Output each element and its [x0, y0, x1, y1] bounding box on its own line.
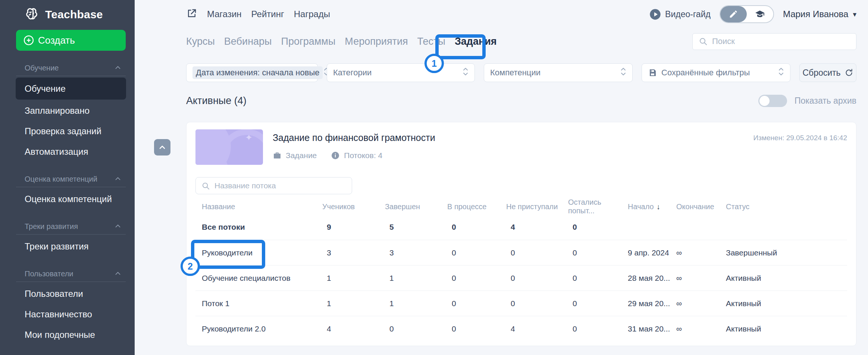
collapse-card-button[interactable] [154, 139, 170, 155]
saved-filters-select[interactable]: Сохранённые фильтры [642, 63, 790, 82]
modified-timestamp: Изменен: 29.05.2024 в 16:42 [753, 134, 847, 142]
table-row-rukovoditeli[interactable]: Руководители 3 3 0 0 0 9 апр. 2024 ∞ Зав… [195, 240, 847, 265]
search-input[interactable] [712, 37, 850, 46]
competencies-placeholder: Компетенции [490, 68, 540, 78]
sidebar-section-ocenka: Оценка компетенций Оценка компетенций [0, 174, 135, 209]
flows-meta: Потоков: 4 [331, 151, 382, 160]
col-start-label: Начало [628, 202, 654, 211]
sidebar-item-moi-podopechnye[interactable]: Мои подопечные [0, 324, 135, 345]
video-guide-link[interactable]: Видео-гайд [649, 9, 711, 20]
global-search[interactable] [692, 33, 856, 50]
assignment-card-wrap: ✦ Задание по финансовой грамотности Зада… [186, 122, 856, 346]
nav-link-magazin[interactable]: Магазин [207, 9, 242, 19]
sidebar-item-label: Мои подопечные [25, 330, 95, 340]
attempts-left-count: 0 [568, 324, 628, 333]
sidebar-item-proverka-zadaniy[interactable]: Проверка заданий [0, 121, 135, 141]
saved-filters-placeholder: Сохранённые фильтры [661, 68, 750, 78]
sparkle-icon: ✦ [245, 132, 253, 143]
tabs-row: Курсы Вебинары Программы Мероприятия Тес… [186, 32, 856, 51]
mode-learner-segment[interactable] [747, 6, 773, 22]
table-row-all-flows[interactable]: Все потоки 9 5 0 4 0 [195, 214, 847, 240]
assignment-thumbnail[interactable]: ✦ [195, 129, 263, 165]
tab-testy[interactable]: Тесты [417, 36, 445, 47]
sidebar-item-zaplanirovano[interactable]: Запланировано [0, 100, 135, 121]
show-archive-label: Показать архив [795, 96, 856, 106]
start-date: 29 мая 20... [628, 299, 676, 308]
col-not-started[interactable]: Не приступали [506, 202, 568, 211]
end-date: ∞ [676, 248, 726, 257]
reset-filters-button[interactable]: Сбросить [799, 63, 856, 82]
sidebar-item-label: Обучение [25, 84, 66, 94]
section-header[interactable]: Оценка компетенций [0, 174, 135, 184]
sidebar-item-avtomatizaciya[interactable]: Автоматизация [0, 141, 135, 162]
tab-meropriyatiya[interactable]: Мероприятия [345, 36, 408, 47]
col-start[interactable]: Начало ↓ [628, 202, 676, 211]
status-label: Завершенный [726, 248, 847, 257]
section-label: Оценка компетенций [25, 175, 97, 183]
sort-desc-icon: ↓ [657, 202, 660, 211]
brain-icon [24, 7, 40, 22]
in-progress-count: 0 [447, 324, 506, 333]
col-completed[interactable]: Завершен [385, 202, 447, 211]
reset-label: Сбросить [802, 68, 840, 78]
not-started-count: 0 [506, 248, 568, 257]
show-archive-toggle[interactable] [758, 95, 787, 107]
flow-search-input[interactable] [214, 181, 346, 190]
students-count: 1 [322, 274, 385, 283]
sidebar-item-label: Треки развития [25, 241, 89, 252]
in-progress-count: 0 [447, 248, 506, 257]
nav-link-nagrady[interactable]: Награды [294, 9, 330, 19]
sidebar-item-ocenka-kompetenciy[interactable]: Оценка компетенций [0, 189, 135, 209]
end-date: ∞ [676, 324, 726, 333]
flow-search[interactable] [195, 177, 352, 194]
col-end[interactable]: Окончание [676, 202, 726, 211]
sidebar-item-label: Проверка заданий [25, 126, 101, 136]
col-name[interactable]: Название [195, 202, 322, 211]
sidebar-section-obuchenie: Обучение Обучение Запланировано Проверка… [0, 63, 135, 162]
tab-programmy[interactable]: Программы [281, 36, 335, 47]
section-header[interactable]: Пользователи [0, 269, 135, 279]
tab-kursy[interactable]: Курсы [186, 36, 215, 47]
chevron-up-icon [158, 143, 167, 152]
card-header: ✦ Задание по финансовой грамотности Зада… [195, 129, 847, 165]
status-label: Активный [726, 274, 847, 283]
search-icon [201, 182, 210, 190]
create-button[interactable]: Создать [16, 30, 126, 51]
col-students[interactable]: Учеников [322, 202, 385, 211]
tab-zadaniya[interactable]: Задания [455, 36, 497, 47]
col-in-progress[interactable]: В процессе [447, 202, 506, 211]
filters-bar: Дата изменения: сначала новые Категории … [186, 63, 856, 82]
external-link-icon[interactable] [186, 8, 197, 21]
plus-icon [23, 35, 34, 46]
table-row-rukovoditeli-2-0[interactable]: Руководители 2.0 4 0 0 4 0 31 мая 20... … [195, 316, 847, 341]
play-icon [649, 9, 661, 20]
assignment-title[interactable]: Задание по финансовой грамотности [273, 132, 435, 143]
table-row-obuchenie-specialistov[interactable]: Обучение специалистов 1 1 0 0 0 28 мая 2… [195, 265, 847, 290]
table-row-potok-1[interactable]: Поток 1 1 1 0 0 0 29 мая 20... ∞ Активны… [195, 290, 847, 316]
updown-icon [620, 67, 627, 79]
user-menu[interactable]: Мария Иванова ▾ [783, 9, 856, 19]
sidebar-item-obuchenie[interactable]: Обучение [16, 78, 126, 100]
sidebar-item-polzovateli[interactable]: Пользователи [0, 283, 135, 304]
start-date: 31 мая 20... [628, 324, 676, 333]
in-progress-count: 0 [447, 299, 506, 308]
col-status[interactable]: Статус [726, 202, 847, 211]
categories-select[interactable]: Категории [327, 63, 475, 82]
sidebar-item-nastavnichestvo[interactable]: Наставничество [0, 304, 135, 324]
chevron-up-icon [114, 175, 122, 183]
sidebar-item-treki-razvitiya[interactable]: Треки развития [0, 236, 135, 257]
end-date: ∞ [676, 299, 726, 308]
competencies-select[interactable]: Компетенции [484, 63, 633, 82]
sidebar-item-label: Пользователи [25, 289, 83, 299]
col-attempts-left[interactable]: Остались попыт... [568, 198, 628, 215]
nav-link-reyting[interactable]: Рейтинг [251, 9, 284, 19]
mode-admin-segment[interactable] [720, 6, 747, 22]
sidebar-nav: Обучение Обучение Запланировано Проверка… [0, 51, 135, 345]
section-header[interactable]: Треки развития [0, 222, 135, 231]
in-progress-count: 0 [447, 223, 506, 232]
section-header[interactable]: Обучение [0, 63, 135, 73]
list-header: Активные (4) Показать архив [186, 94, 856, 107]
sort-select[interactable]: Дата изменения: сначала новые [186, 63, 318, 82]
tab-vebinary[interactable]: Вебинары [224, 36, 272, 47]
brand-logo[interactable]: Teachbase [0, 0, 135, 22]
